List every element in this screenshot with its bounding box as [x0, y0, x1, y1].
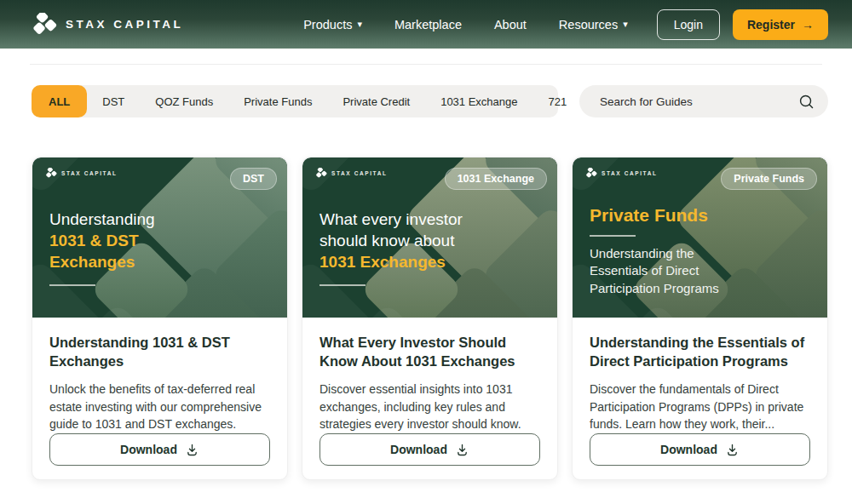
top-navigation-bar: STAX CAPITAL Products ▾ Marketplace Abou… — [0, 0, 852, 49]
tab-1031-exchange[interactable]: 1031 Exchange — [425, 85, 532, 117]
cover-title: Understanding 1031 & DST Exchanges — [49, 209, 155, 286]
mini-brand-name: STAX CAPITAL — [602, 170, 658, 176]
cover-heading: Private Funds — [590, 205, 747, 226]
search-input[interactable] — [600, 95, 798, 108]
download-button[interactable]: Download — [590, 433, 810, 466]
nav-products-label: Products — [303, 18, 352, 32]
nav-about-label: About — [494, 18, 527, 32]
cover-underline — [320, 284, 366, 286]
chevron-down-icon: ▾ — [357, 20, 362, 29]
cover-underline — [49, 284, 95, 286]
category-tabs: ALL DST QOZ Funds Private Funds Private … — [32, 85, 558, 117]
guide-card-1031-exchange: STAX CAPITAL 1031 Exchange What every in… — [302, 157, 558, 480]
category-badge: DST — [230, 168, 277, 190]
download-label: Download — [120, 443, 177, 456]
cover-line: 1031 & DST — [49, 230, 155, 251]
card-cover-image[interactable]: STAX CAPITAL 1031 Exchange What every in… — [302, 158, 557, 318]
card-description: Discover the fundamentals of Direct Part… — [590, 381, 810, 433]
stax-logo-icon — [30, 13, 57, 37]
tab-private-funds[interactable]: Private Funds — [228, 85, 327, 117]
tab-721[interactable]: 721 — [533, 85, 583, 117]
mini-brand-logo: STAX CAPITAL — [314, 168, 388, 179]
arrow-right-icon: → — [802, 18, 814, 32]
mini-brand-logo: STAX CAPITAL — [44, 168, 118, 179]
download-icon — [185, 443, 199, 457]
card-title: What Every Investor Should Know About 10… — [320, 334, 540, 371]
register-button[interactable]: Register → — [733, 9, 828, 40]
cover-subtitle: Understanding the Essentials of Direct P… — [590, 245, 747, 297]
card-description: Unlock the benefits of tax-deferred real… — [49, 381, 270, 433]
nav-about[interactable]: About — [494, 18, 527, 32]
download-button[interactable]: Download — [49, 433, 270, 466]
guide-card-private-funds: STAX CAPITAL Private Funds Private Funds… — [572, 157, 828, 480]
card-description: Discover essential insights into 1031 ex… — [320, 381, 540, 433]
tab-all[interactable]: ALL — [32, 85, 87, 117]
nav-resources[interactable]: Resources ▾ — [559, 18, 628, 32]
category-badge: 1031 Exchange — [445, 168, 547, 190]
brand-logo[interactable]: STAX CAPITAL — [30, 13, 183, 37]
cover-line: 1031 Exchanges — [320, 251, 463, 272]
nav-marketplace-label: Marketplace — [394, 18, 462, 32]
cover-title: What every investor should know about 10… — [320, 209, 463, 286]
nav-products[interactable]: Products ▾ — [303, 18, 362, 32]
card-cover-image[interactable]: STAX CAPITAL DST Understanding 1031 & DS… — [32, 158, 287, 318]
register-label: Register — [747, 18, 795, 32]
cover-title: Private Funds Understanding the Essentia… — [590, 205, 747, 297]
mini-brand-logo: STAX CAPITAL — [584, 168, 658, 179]
mini-brand-name: STAX CAPITAL — [61, 170, 118, 176]
guide-cards: STAX CAPITAL DST Understanding 1031 & DS… — [32, 157, 852, 480]
tab-qoz-funds[interactable]: QOZ Funds — [140, 85, 228, 117]
download-icon — [725, 443, 740, 457]
cover-line: Exchanges — [49, 251, 155, 272]
chevron-down-icon: ▾ — [623, 20, 628, 29]
download-button[interactable]: Download — [320, 433, 540, 466]
cover-line: should know about — [320, 230, 463, 251]
brand-name: STAX CAPITAL — [66, 18, 183, 31]
filter-row: ALL DST QOZ Funds Private Funds Private … — [32, 85, 828, 117]
card-title: Understanding 1031 & DST Exchanges — [49, 334, 270, 371]
main-nav: Products ▾ Marketplace About Resources ▾ — [303, 18, 628, 32]
category-badge: Private Funds — [721, 168, 817, 190]
login-button[interactable]: Login — [657, 9, 720, 40]
nav-resources-label: Resources — [559, 18, 618, 32]
tab-dst[interactable]: DST — [87, 85, 140, 117]
download-icon — [455, 443, 469, 457]
tab-private-credit[interactable]: Private Credit — [327, 85, 425, 117]
download-label: Download — [390, 443, 447, 456]
cover-line: What every investor — [320, 209, 463, 230]
guides-search — [579, 85, 828, 117]
header-divider — [30, 64, 822, 65]
search-icon[interactable] — [798, 94, 815, 110]
download-label: Download — [660, 443, 717, 456]
guide-card-dst: STAX CAPITAL DST Understanding 1031 & DS… — [32, 157, 288, 480]
nav-marketplace[interactable]: Marketplace — [394, 18, 462, 32]
cover-underline — [590, 235, 636, 237]
card-cover-image[interactable]: STAX CAPITAL Private Funds Private Funds… — [573, 158, 827, 318]
card-title: Understanding the Essentials of Direct P… — [590, 334, 810, 371]
mini-brand-name: STAX CAPITAL — [331, 170, 388, 176]
cover-line: Understanding — [49, 209, 155, 230]
